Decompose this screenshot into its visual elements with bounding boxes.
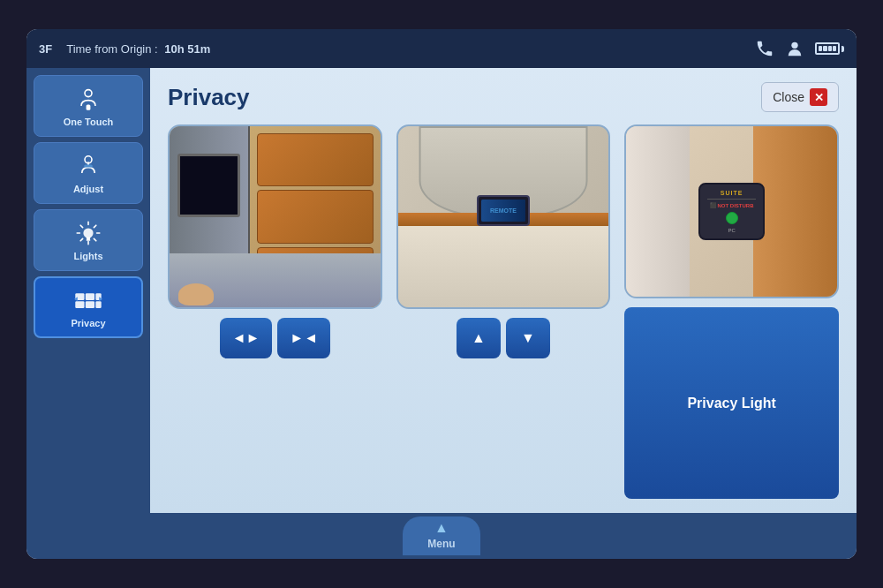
suite-interior-card[interactable]	[168, 124, 382, 309]
top-bar: 3F Time from Origin : 10h 51m	[26, 29, 857, 68]
sidebar-item-lights-label: Lights	[74, 251, 103, 261]
close-button[interactable]: Close ✕	[761, 82, 839, 112]
menu-arrow-icon: ▲	[434, 520, 449, 536]
device-screen: REMOTE	[481, 200, 525, 222]
svg-rect-4	[84, 164, 93, 167]
not-disturb-inner: SUITE ⬛ NOT DISTURB PC	[626, 126, 837, 297]
close-x-icon: ✕	[810, 88, 827, 106]
sign-not-disturb-text: ⬛ NOT DISTURB	[707, 202, 756, 208]
white-panel-left	[626, 126, 690, 297]
adjust-icon	[74, 152, 102, 180]
up-btn[interactable]: ▲	[457, 318, 501, 358]
seat-id: 3F	[39, 42, 52, 56]
time-label: Time from Origin : 10h 51m	[66, 42, 210, 56]
bed-surface	[398, 217, 609, 308]
cards-row: ◄► ►◄	[168, 124, 839, 499]
svg-rect-11	[86, 301, 94, 308]
svg-rect-10	[75, 301, 84, 308]
sign-pc-text: PC	[707, 228, 756, 233]
privacy-light-button[interactable]: Privacy Light	[624, 307, 839, 499]
sidebar-item-privacy[interactable]: Privacy	[34, 276, 143, 338]
bottom-bar: ▲ Menu	[26, 513, 857, 559]
control-group-1: ◄► ►◄	[168, 318, 382, 499]
menu-tab[interactable]: ▲ Menu	[403, 516, 479, 555]
sidebar: One Touch Adjust L	[26, 68, 150, 513]
sidebar-item-one-touch[interactable]: One Touch	[34, 75, 143, 137]
sidebar-item-adjust[interactable]: Adjust	[34, 142, 143, 204]
svg-rect-8	[86, 293, 94, 300]
battery-icon	[815, 42, 844, 55]
suite-inner	[170, 126, 381, 307]
not-disturb-card[interactable]: SUITE ⬛ NOT DISTURB PC	[624, 124, 839, 298]
menu-label: Menu	[427, 538, 455, 550]
up-icon: ▲	[472, 330, 486, 346]
down-icon: ▼	[521, 330, 535, 346]
control-group-2: ▲ ▼	[396, 318, 611, 499]
svg-rect-6	[87, 239, 91, 241]
one-touch-icon	[74, 85, 102, 113]
close-button-label: Close	[773, 90, 804, 104]
sign-suite-text: SUITE	[707, 190, 756, 200]
wood-panel-right	[753, 126, 837, 297]
expand-icon: ◄►	[232, 330, 260, 346]
card-col-2: REMOTE ▲ ▼	[396, 124, 611, 499]
svg-rect-12	[95, 301, 101, 308]
main-area: One Touch Adjust L	[26, 68, 857, 513]
top-bar-left: 3F Time from Origin : 10h 51m	[39, 42, 210, 56]
sidebar-item-privacy-label: Privacy	[71, 318, 105, 328]
call-icon	[755, 39, 774, 58]
top-bar-right	[755, 39, 844, 58]
sign-green-dot	[726, 212, 738, 224]
suite-hand	[178, 283, 214, 305]
lights-icon	[74, 219, 102, 247]
person-icon	[785, 39, 804, 58]
card-col-3: SUITE ⬛ NOT DISTURB PC Privacy Light	[624, 124, 839, 499]
svg-rect-2	[87, 104, 91, 109]
bed-inner: REMOTE	[398, 126, 609, 307]
collapse-btn[interactable]: ►◄	[277, 318, 330, 358]
page-title: Privacy	[168, 84, 250, 111]
do-not-disturb-sign: SUITE ⬛ NOT DISTURB PC	[698, 183, 765, 240]
svg-point-0	[791, 42, 797, 49]
collapse-icon: ►◄	[290, 330, 318, 346]
sidebar-item-lights[interactable]: Lights	[34, 209, 143, 271]
svg-point-1	[85, 90, 92, 97]
wood-panel-2	[257, 190, 374, 243]
bed-panel-card[interactable]: REMOTE	[396, 124, 611, 309]
content-area: Privacy Close ✕	[150, 68, 857, 513]
card-col-1: ◄► ►◄	[168, 124, 382, 499]
down-btn[interactable]: ▼	[506, 318, 550, 358]
privacy-icon	[74, 286, 102, 314]
control-device: REMOTE	[477, 195, 530, 226]
svg-point-5	[83, 228, 93, 237]
expand-btn[interactable]: ◄►	[220, 318, 273, 358]
content-header: Privacy Close ✕	[168, 82, 839, 112]
sidebar-item-adjust-label: Adjust	[73, 184, 103, 194]
wood-panel-1	[257, 133, 374, 186]
sidebar-item-one-touch-label: One Touch	[64, 117, 114, 127]
screen: 3F Time from Origin : 10h 51m	[26, 29, 857, 559]
